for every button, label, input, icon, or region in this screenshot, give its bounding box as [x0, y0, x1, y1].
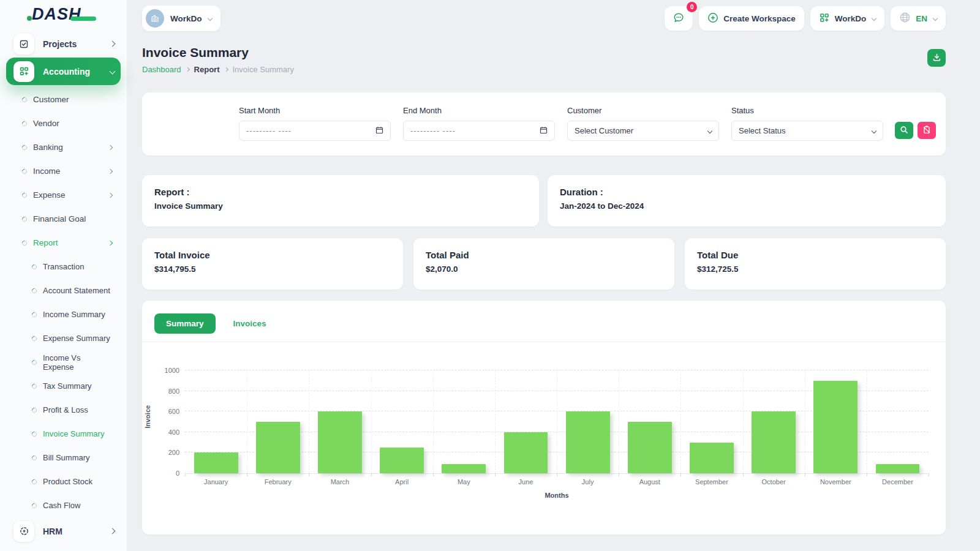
sidebar-item-bill-summary[interactable]: Bill Summary: [6, 446, 121, 470]
page-header: Invoice Summary Dashboard Report Invoice…: [142, 45, 946, 74]
sidebar-item-profit-loss[interactable]: Profit & Loss: [6, 398, 121, 422]
breadcrumb-dashboard[interactable]: Dashboard: [142, 65, 181, 74]
sidebar-item-banking[interactable]: Banking: [6, 135, 121, 159]
x-axis-tick: [495, 473, 496, 476]
bullet-donut-icon: [31, 263, 37, 270]
bar-september[interactable]: [690, 443, 734, 473]
chart-column-september: [680, 371, 742, 473]
chart-column-june: [495, 371, 557, 473]
sidebar-bottom: HRM: [0, 517, 127, 551]
tab-summary[interactable]: Summary: [154, 313, 216, 334]
x-axis-tick: [309, 473, 309, 476]
chevron-down-icon: [933, 16, 938, 21]
total-paid-label: Total Paid: [426, 250, 662, 260]
bullet-donut-icon: [21, 239, 28, 246]
sidebar-item-label: Expense: [33, 190, 108, 200]
chart-y-axis-title: Invoice: [144, 405, 151, 428]
total-due-label: Total Due: [697, 250, 933, 260]
end-month-input[interactable]: --------- ----: [403, 121, 555, 141]
duration-label: Duration :: [560, 187, 933, 197]
sidebar-item-product-stock[interactable]: Product Stock: [6, 470, 121, 493]
y-tick-label: 0: [176, 470, 179, 477]
status-select[interactable]: Select Status: [731, 121, 883, 141]
chevron-down-icon: [207, 16, 212, 21]
x-tick-label: July: [557, 478, 619, 485]
sidebar-item-expense[interactable]: Expense: [6, 183, 121, 207]
customer-select-value: Select Customer: [575, 126, 633, 135]
workdo-menu-button[interactable]: WorkDo: [810, 6, 885, 31]
breadcrumb: Dashboard Report Invoice Summary: [142, 65, 294, 74]
start-month-input[interactable]: --------- ----: [239, 121, 391, 141]
sidebar-item-income-summary[interactable]: Income Summary: [6, 302, 121, 326]
sidebar-item-income-vs-expense[interactable]: Income Vs Expense: [6, 350, 121, 374]
chart-x-labels: JanuaryFebruaryMarchAprilMayJuneJulyAugu…: [185, 478, 929, 485]
bar-march[interactable]: [318, 411, 362, 473]
start-month-placeholder: --------- ----: [246, 126, 292, 135]
sidebar-item-cash-flow[interactable]: Cash Flow: [6, 493, 121, 517]
chart-column-april: [371, 371, 433, 473]
download-button[interactable]: [927, 49, 946, 67]
chevron-right-icon: [108, 168, 113, 173]
create-workspace-button[interactable]: Create Workspace: [699, 6, 804, 31]
y-tick-label: 400: [168, 429, 179, 436]
bullet-donut-icon: [31, 502, 37, 509]
sidebar-item-label: Profit & Loss: [43, 405, 112, 414]
reset-filter-button[interactable]: [918, 122, 936, 139]
language-selector[interactable]: EN: [891, 6, 946, 31]
chart-card: Summary Invoices Invoice 020040060080010…: [142, 301, 946, 534]
totals-row: Total Invoice $314,795.5 Total Paid $2,0…: [142, 238, 946, 290]
bar-january[interactable]: [194, 452, 238, 473]
chevron-down-icon: [110, 69, 116, 75]
sidebar-item-financial-goal[interactable]: Financial Goal: [6, 207, 121, 231]
bar-july[interactable]: [566, 411, 610, 473]
bar-october[interactable]: [752, 411, 796, 473]
total-invoice-label: Total Invoice: [154, 250, 391, 260]
end-month-field: End Month --------- ----: [403, 106, 555, 141]
workspace-selector[interactable]: WorkDo: [142, 6, 221, 31]
sidebar-item-label: Projects: [43, 39, 110, 49]
x-axis-tick: [743, 473, 744, 476]
sidebar-item-invoice-summary[interactable]: Invoice Summary: [6, 422, 121, 446]
sidebar-item-income[interactable]: Income: [6, 159, 121, 183]
sidebar-item-tax-summary[interactable]: Tax Summary: [6, 374, 121, 398]
breadcrumb-report[interactable]: Report: [194, 65, 220, 74]
tab-invoices[interactable]: Invoices: [222, 313, 278, 334]
sidebar-item-label: Product Stock: [43, 477, 112, 486]
chart-tabs: Summary Invoices: [142, 313, 946, 334]
sidebar-item-transaction[interactable]: Transaction: [6, 255, 121, 279]
sidebar-item-label: Income Vs Expense: [43, 353, 112, 372]
sidebar-item-label: Income: [33, 167, 108, 176]
bar-december[interactable]: [876, 464, 920, 473]
bar-april[interactable]: [380, 448, 424, 473]
customer-select[interactable]: Select Customer: [567, 121, 719, 141]
apply-filter-button[interactable]: [895, 122, 913, 139]
app-logo[interactable]: DASH: [0, 0, 127, 29]
sidebar-item-projects[interactable]: Projects: [6, 30, 121, 58]
bar-november[interactable]: [813, 381, 858, 473]
accounting-submenu: CustomerVendorBankingIncomeExpenseFinanc…: [6, 88, 121, 517]
bar-may[interactable]: [442, 464, 486, 473]
sidebar-item-report[interactable]: Report: [6, 231, 121, 255]
calendar-icon: [375, 126, 383, 136]
chevron-down-icon: [872, 128, 876, 133]
sidebar-item-accounting[interactable]: Accounting: [6, 58, 121, 85]
sidebar-item-account-statement[interactable]: Account Statement: [6, 279, 121, 302]
sidebar-item-hrm[interactable]: HRM: [6, 517, 121, 545]
bar-june[interactable]: [504, 432, 548, 473]
bar-august[interactable]: [628, 422, 672, 473]
sidebar-item-label: Customer: [33, 95, 112, 104]
status-select-value: Select Status: [739, 126, 786, 135]
messages-button[interactable]: 0: [665, 6, 693, 31]
topbar: WorkDo 0 Create Workspace WorkDo: [142, 0, 946, 32]
x-tick-label: October: [743, 478, 805, 485]
sidebar-item-expense-summary[interactable]: Expense Summary: [6, 326, 121, 350]
sidebar-item-customer[interactable]: Customer: [6, 88, 121, 111]
chevron-down-icon: [707, 128, 712, 133]
bar-february[interactable]: [256, 422, 300, 473]
y-tick-label: 1000: [165, 367, 179, 374]
chevron-right-icon: [110, 41, 116, 47]
total-due-value: $312,725.5: [697, 264, 933, 274]
sidebar-item-vendor[interactable]: Vendor: [6, 111, 121, 135]
grid-icon: [819, 12, 830, 25]
x-tick-label: January: [185, 478, 247, 485]
